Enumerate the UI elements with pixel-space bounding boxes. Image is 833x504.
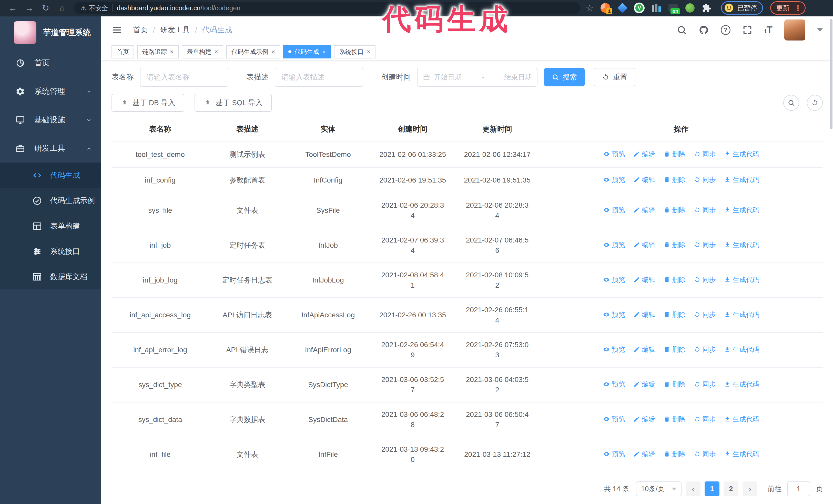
action-download[interactable]: 生成代码 xyxy=(724,344,759,355)
extension-on-icon[interactable]: on xyxy=(668,3,679,13)
action-sync[interactable]: 同步 xyxy=(694,274,716,285)
chevron-down-icon[interactable] xyxy=(817,28,823,32)
sidebar-subitem-2[interactable]: 表单构建 xyxy=(0,213,101,239)
date-range-picker[interactable]: 开始日期 - 结束日期 xyxy=(417,68,538,87)
action-sync[interactable]: 同步 xyxy=(694,379,716,389)
table-desc-input[interactable] xyxy=(275,68,363,87)
action-sync[interactable]: 同步 xyxy=(694,240,716,250)
tab-0[interactable]: 首页 xyxy=(112,45,134,58)
kebab-menu-icon[interactable]: ⋮ xyxy=(794,4,802,13)
extension-orange-icon[interactable]: 1 xyxy=(600,3,611,13)
action-pencil[interactable]: 编辑 xyxy=(633,344,656,355)
action-download[interactable]: 生成代码 xyxy=(724,205,759,215)
app-logo-row[interactable]: 芋道管理系统 xyxy=(0,17,101,49)
action-pencil[interactable]: 编辑 xyxy=(633,240,656,250)
next-page-button[interactable]: › xyxy=(742,481,757,496)
action-sync[interactable]: 同步 xyxy=(694,414,716,424)
github-icon[interactable] xyxy=(699,25,709,35)
action-trash[interactable]: 删除 xyxy=(664,205,686,215)
extension-green-icon[interactable] xyxy=(685,3,695,13)
goto-page-input[interactable] xyxy=(787,481,810,496)
action-trash[interactable]: 删除 xyxy=(664,274,686,285)
action-pencil[interactable]: 编辑 xyxy=(633,309,656,320)
action-trash[interactable]: 删除 xyxy=(664,309,686,320)
action-eye[interactable]: 预览 xyxy=(603,309,625,320)
action-eye[interactable]: 预览 xyxy=(603,205,625,215)
action-trash[interactable]: 删除 xyxy=(664,344,686,355)
tab-close-icon[interactable]: × xyxy=(271,49,275,55)
tab-close-icon[interactable]: × xyxy=(170,49,173,55)
action-trash[interactable]: 删除 xyxy=(664,379,686,389)
sidebar-subitem-4[interactable]: 数据库文档 xyxy=(0,264,101,289)
action-pencil[interactable]: 编辑 xyxy=(633,205,656,215)
import-db-button[interactable]: 基于 DB 导入 xyxy=(112,94,184,112)
reset-button[interactable]: 重置 xyxy=(594,68,635,87)
end-date-placeholder[interactable]: 结束日期 xyxy=(504,73,532,82)
action-eye[interactable]: 预览 xyxy=(603,414,625,424)
action-sync[interactable]: 同步 xyxy=(694,205,716,215)
browser-home-icon[interactable]: ⌂ xyxy=(55,2,69,14)
tab-close-icon[interactable]: × xyxy=(367,49,371,55)
action-pencil[interactable]: 编辑 xyxy=(633,414,656,424)
page-size-select[interactable]: 10条/页 xyxy=(636,481,682,496)
font-size-icon[interactable]: tT xyxy=(764,25,772,35)
start-date-placeholder[interactable]: 开始日期 xyxy=(434,73,461,82)
action-pencil[interactable]: 编辑 xyxy=(633,149,656,159)
action-download[interactable]: 生成代码 xyxy=(724,240,759,250)
action-download[interactable]: 生成代码 xyxy=(724,174,759,185)
sidebar-item-1[interactable]: 系统管理 xyxy=(0,77,101,105)
action-eye[interactable]: 预览 xyxy=(603,449,625,459)
action-download[interactable]: 生成代码 xyxy=(724,449,759,459)
action-pencil[interactable]: 编辑 xyxy=(633,274,656,285)
tab-close-icon[interactable]: × xyxy=(322,49,326,55)
security-warning[interactable]: ⚠ 不安全 xyxy=(80,4,108,12)
action-download[interactable]: 生成代码 xyxy=(724,379,759,389)
action-pencil[interactable]: 编辑 xyxy=(633,379,656,389)
page-button-2[interactable]: 2 xyxy=(723,481,738,496)
action-trash[interactable]: 删除 xyxy=(664,149,686,159)
action-trash[interactable]: 删除 xyxy=(664,240,686,250)
breadcrumb-home[interactable]: 首页 xyxy=(133,25,148,35)
action-trash[interactable]: 删除 xyxy=(664,414,686,424)
toggle-search-button[interactable] xyxy=(783,95,799,111)
user-avatar[interactable] xyxy=(784,20,805,41)
tab-1[interactable]: 链路追踪× xyxy=(137,45,178,58)
extension-shield-icon[interactable]: V xyxy=(634,3,645,13)
action-sync[interactable]: 同步 xyxy=(694,174,716,185)
sidebar-item-2[interactable]: 基础设施 xyxy=(0,105,101,134)
action-eye[interactable]: 预览 xyxy=(603,240,625,250)
action-download[interactable]: 生成代码 xyxy=(724,149,759,159)
import-sql-button[interactable]: 基于 SQL 导入 xyxy=(194,94,272,112)
sidebar-item-3[interactable]: 研发工具 xyxy=(0,134,101,163)
sidebar-subitem-1[interactable]: 代码生成示例 xyxy=(0,188,101,213)
extension-columns-icon[interactable] xyxy=(651,3,662,13)
help-icon[interactable]: ? xyxy=(721,25,731,35)
action-download[interactable]: 生成代码 xyxy=(724,414,759,424)
browser-forward-icon[interactable]: → xyxy=(22,2,37,14)
table-name-input[interactable] xyxy=(140,68,229,87)
browser-reload-icon[interactable]: ↻ xyxy=(39,2,53,14)
breadcrumb-devtools[interactable]: 研发工具 xyxy=(160,25,190,35)
profile-paused-pill[interactable]: 已暂停 xyxy=(721,1,763,15)
extensions-puzzle-icon[interactable] xyxy=(701,3,712,13)
action-pencil[interactable]: 编辑 xyxy=(633,174,656,185)
action-eye[interactable]: 预览 xyxy=(603,344,625,355)
action-download[interactable]: 生成代码 xyxy=(724,309,759,320)
action-trash[interactable]: 删除 xyxy=(664,174,686,185)
action-sync[interactable]: 同步 xyxy=(694,449,716,459)
scrollbar-thumb[interactable] xyxy=(830,19,832,129)
action-pencil[interactable]: 编辑 xyxy=(633,449,656,459)
tab-5[interactable]: 系统接口× xyxy=(334,45,376,58)
tab-3[interactable]: 代码生成示例× xyxy=(226,45,280,58)
refresh-table-button[interactable] xyxy=(807,95,823,111)
hamburger-icon[interactable] xyxy=(112,25,122,35)
prev-page-button[interactable]: ‹ xyxy=(686,481,700,496)
sidebar-subitem-0[interactable]: 代码生成 xyxy=(0,163,101,188)
bookmark-star-icon[interactable]: ☆ xyxy=(586,3,593,13)
sidebar-item-0[interactable]: 首页 xyxy=(0,49,101,77)
action-sync[interactable]: 同步 xyxy=(694,344,716,355)
tab-close-icon[interactable]: × xyxy=(215,49,218,55)
action-eye[interactable]: 预览 xyxy=(603,149,625,159)
extension-gem-icon[interactable] xyxy=(617,3,628,13)
action-sync[interactable]: 同步 xyxy=(694,149,716,159)
